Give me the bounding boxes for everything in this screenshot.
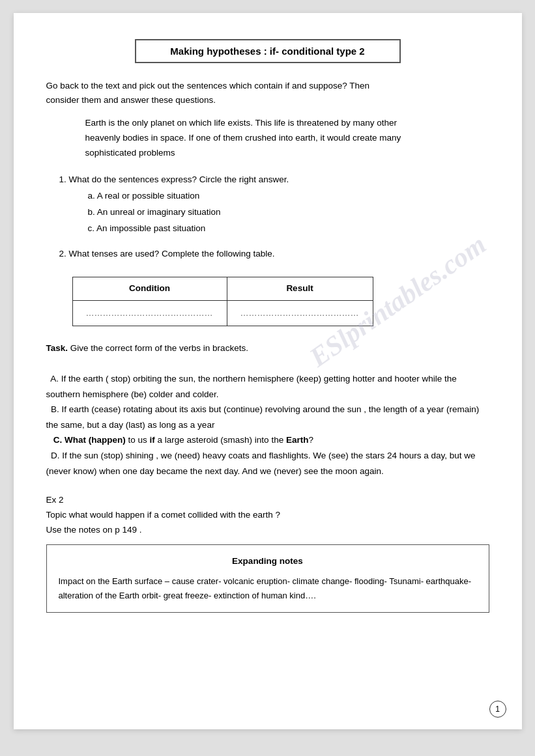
para-line3: sophisticated problems xyxy=(85,148,175,158)
title-box: Making hypotheses : if- conditional type… xyxy=(135,39,401,63)
question-2: 2. What tenses are used? Complete the fo… xyxy=(46,247,489,326)
exercise-b: B. If earth (cease) rotating about its a… xyxy=(46,402,489,432)
table-cell-result: …………………………………… xyxy=(227,300,373,326)
exercise-d: D. If the sun (stop) shining , we (need)… xyxy=(46,448,489,479)
para-line2: heavenly bodies in space. If one of them… xyxy=(85,133,401,143)
table-header-condition: Condition xyxy=(72,277,227,300)
question-1: 1. What do the sentences express? Circle… xyxy=(46,173,489,236)
question-1-label: 1. What do the sentences express? Circle… xyxy=(59,175,289,184)
task-section: Task. Give the correct form of the verbs… xyxy=(46,341,489,479)
questions-section: 1. What do the sentences express? Circle… xyxy=(46,173,489,326)
ex2-section: Ex 2 Topic what would happen if a comet … xyxy=(46,493,489,613)
ex2-use: Use the notes on p 149 . xyxy=(46,523,489,538)
task-text: Give the correct form of the verbs in br… xyxy=(68,343,248,353)
table-cell-condition: ……………………………………… xyxy=(72,300,227,326)
reading-paragraph: Earth is the only planet on which life e… xyxy=(46,116,489,161)
intro-line2: consider them and answer these questions… xyxy=(46,95,216,105)
para-line1: Earth is the only planet on which life e… xyxy=(85,118,398,128)
ex2-topic: Topic what would happen if a comet colli… xyxy=(46,508,489,523)
table-row: ……………………………………… …………………………………… xyxy=(72,300,373,326)
page: ESlprintables.com Making hypotheses : if… xyxy=(14,13,522,729)
intro-line1: Go back to the text and pick out the sen… xyxy=(46,81,370,91)
option-a: a. A real or possible situation xyxy=(59,189,489,204)
page-number: 1 xyxy=(489,701,506,718)
tense-table: Condition Result ……………………………………… …………………… xyxy=(72,277,373,326)
exercise-c: C. What (happen) to us if a large astero… xyxy=(46,432,489,448)
table-header-result: Result xyxy=(227,277,373,300)
task-header: Task. Give the correct form of the verbs… xyxy=(46,341,489,356)
exercise-a: A. If the earth ( stop) orbiting the sun… xyxy=(46,371,489,402)
page-title: Making hypotheses : if- conditional type… xyxy=(170,46,364,57)
question-2-label: 2. What tenses are used? Complete the fo… xyxy=(59,249,275,259)
expanding-notes-box: Expanding notes Impact on the Earth surf… xyxy=(46,544,489,613)
option-c: c. An impossible past situation xyxy=(59,221,489,236)
ex2-label: Ex 2 xyxy=(46,493,489,508)
task-label: Task. xyxy=(46,343,68,353)
expanding-notes-title: Expanding notes xyxy=(59,554,477,569)
expanding-notes-content: Impact on the Earth surface – cause crat… xyxy=(59,574,477,603)
intro-paragraph: Go back to the text and pick out the sen… xyxy=(46,79,489,107)
option-b: b. An unreal or imaginary situation xyxy=(59,205,489,220)
